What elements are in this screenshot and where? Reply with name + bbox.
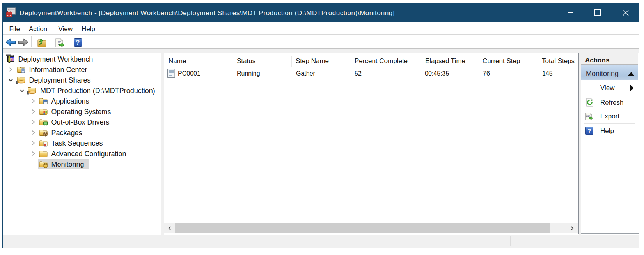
- svg-text:?: ?: [76, 39, 80, 46]
- svg-text:?: ?: [587, 127, 591, 134]
